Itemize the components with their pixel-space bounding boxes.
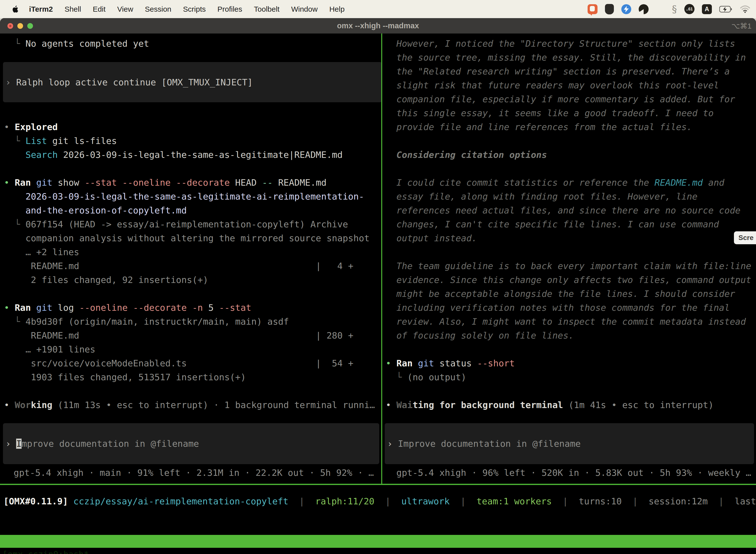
banner-text: Ralph loop active continue [OMX_TMUX_INJ… [16, 77, 253, 88]
terminal-line: … +1901 lines [4, 342, 385, 356]
terminal-text-segment: | [375, 496, 401, 506]
hook-icon[interactable]: § [672, 4, 677, 14]
terminal-text-segment: references need actual files, and since … [386, 205, 740, 215]
terminal-line: Search 2026-03-09-is-legal-the-same-as-l… [4, 148, 385, 162]
terminal-text-segment: the "Related research writing" section i… [386, 66, 730, 76]
terminal-text-segment: • [4, 400, 15, 410]
terminal-line [386, 384, 756, 398]
terminal-line: README.md | 4 + [4, 259, 385, 273]
terminal-line: 2 files changed, 92 insertions(+) [4, 273, 385, 287]
apple-menu-icon[interactable] [12, 5, 19, 13]
terminal-text-segment: … +2 lines [4, 247, 79, 257]
dots-grid-icon[interactable] [656, 5, 665, 13]
terminal-text-segment: Wor [15, 400, 31, 410]
terminal-line: changes, I can't cite specific file line… [386, 217, 756, 231]
terminal-text-segment: 067f154 (HEAD -> essay/ai-reimplementati… [25, 219, 348, 229]
shield-grid-icon[interactable] [605, 4, 614, 14]
terminal-text-segment: git [36, 177, 52, 188]
tmux-session-label[interactable]: [omx-cczip0:bash* [2, 548, 89, 554]
tmux-vertical-divider[interactable] [381, 34, 382, 484]
menu-item-toolbelt[interactable]: Toolbelt [254, 5, 279, 13]
terminal-text-segment: | [622, 496, 649, 506]
terminal-text-segment: HEAD [230, 177, 262, 188]
terminal-line: README.md | 280 + [4, 329, 385, 342]
terminal-text-segment: | [708, 496, 735, 506]
terminal-text-segment: (11m 13s • esc to interrupt) · 1 backgro… [52, 400, 375, 410]
terminal-line: including verification notes with those … [386, 301, 756, 315]
battery-icon[interactable] [719, 6, 733, 13]
left-input-prompt: › [5, 439, 16, 449]
terminal-text-segment: | [450, 496, 477, 506]
menu-item-session[interactable]: Session [145, 5, 171, 13]
chat-icon[interactable] [587, 4, 597, 14]
terminal-text-segment: Wai [396, 400, 413, 410]
terminal-line: └ List git ls-files [4, 134, 385, 148]
terminal-line: the "Related research writing" section i… [386, 64, 756, 78]
terminal-text-segment [187, 302, 192, 313]
battery-percent-icon[interactable]: ..61 [684, 4, 694, 14]
terminal-text-segment: Ran [15, 177, 31, 188]
terminal-text-segment: 2026-03-09-is-legal-the-same-as-legitima… [4, 191, 364, 202]
terminal-text-segment: companion analysis without altering the … [4, 233, 370, 243]
terminal-line [4, 162, 385, 176]
terminal-text-segment: last:5m ago [735, 496, 756, 506]
terminal-text-segment: 2026-03-09-is-legal-the-same-as-legitima… [58, 150, 343, 160]
terminal-text-segment: Ran [15, 302, 31, 313]
terminal-text-segment: No agents completed yet [25, 39, 149, 49]
terminal-text-segment: review. Also, I might want to inspect th… [386, 317, 746, 327]
terminal-text-segment [413, 358, 418, 368]
screen-share-tooltip[interactable]: Scre [734, 231, 756, 244]
input-source-label: A [705, 5, 709, 13]
terminal-text-segment: └ [386, 372, 407, 382]
right-prompt-input[interactable]: › Improve documentation in @filename [385, 423, 754, 464]
terminal-line: • Ran git status --short [386, 356, 756, 370]
terminal-text-segment: [OMX#0.11.9] [3, 496, 68, 506]
terminal-line: might be acceptable alongside the file l… [386, 287, 756, 301]
window-shortcut-badge: ⌥⌘1 [732, 21, 752, 30]
menu-item-window[interactable]: Window [291, 5, 318, 13]
ralph-loop-banner: › Ralph loop active continue [OMX_TMUX_I… [3, 62, 382, 102]
terminal-line: 2026-03-09-is-legal-the-same-as-legitima… [4, 189, 385, 204]
terminal-line [4, 384, 385, 398]
terminal-text-segment: README.md | 280 + [4, 330, 354, 340]
terminal-text-segment: -- [262, 177, 272, 188]
terminal-text-segment [31, 302, 36, 313]
right-input-prompt: › [387, 439, 398, 449]
terminal-line: └ 067f154 (HEAD -> essay/ai-reimplementa… [4, 217, 385, 231]
verified-badge-icon[interactable] [621, 4, 631, 14]
terminal-text-segment [68, 496, 73, 506]
tmux-pane-right[interactable]: However, I noticed the "Directory Struct… [385, 37, 756, 412]
terminal-text-segment: companion file, especially if more comme… [386, 94, 735, 104]
menu-item-profiles[interactable]: Profiles [217, 5, 242, 13]
menu-item-shell[interactable]: Shell [64, 5, 81, 13]
terminal-text-segment: and-the-erosion-of-copyleft.md [4, 205, 187, 215]
left-input-cursor: I [16, 439, 21, 449]
terminal-text-segment: status [434, 358, 477, 368]
menu-item-iterm2[interactable]: iTerm2 [29, 5, 53, 13]
terminal-line: … +2 lines [4, 245, 385, 259]
terminal-line: output instead. [386, 231, 756, 245]
wifi-icon[interactable] [740, 5, 750, 13]
terminal-text-segment: └ [4, 39, 25, 49]
menu-item-scripts[interactable]: Scripts [183, 5, 206, 13]
menu-item-help[interactable]: Help [329, 5, 345, 13]
terminal-text-segment: Ran [396, 358, 413, 368]
terminal-text-segment: and [703, 177, 724, 188]
terminal-line: this single essay, it seems like a good … [386, 106, 756, 120]
terminal-text-segment: git [36, 302, 52, 313]
banner-prompt: › [5, 77, 16, 88]
terminal-text-segment: • [4, 177, 15, 188]
terminal-line: • Ran git show --stat --oneline --decora… [4, 176, 385, 189]
window-titlebar[interactable]: omx --xhigh --madmax ⌥⌘1 [0, 18, 756, 34]
terminal-text-segment [4, 150, 25, 160]
input-source-icon[interactable]: A [702, 4, 712, 14]
pie-chart-icon[interactable] [639, 4, 649, 14]
battery-percent-label: ..61 [686, 7, 693, 11]
terminal-content: └ No agents completed yet• Explored └ Li… [0, 34, 756, 554]
menu-item-edit[interactable]: Edit [93, 5, 106, 13]
left-prompt-input[interactable]: › Improve documentation in @filename [3, 423, 379, 464]
terminal-text-segment: session:12m [649, 496, 708, 506]
terminal-text-segment: (no output) [407, 372, 466, 382]
menu-item-view[interactable]: View [117, 5, 133, 13]
terminal-text-segment: log [52, 302, 79, 313]
